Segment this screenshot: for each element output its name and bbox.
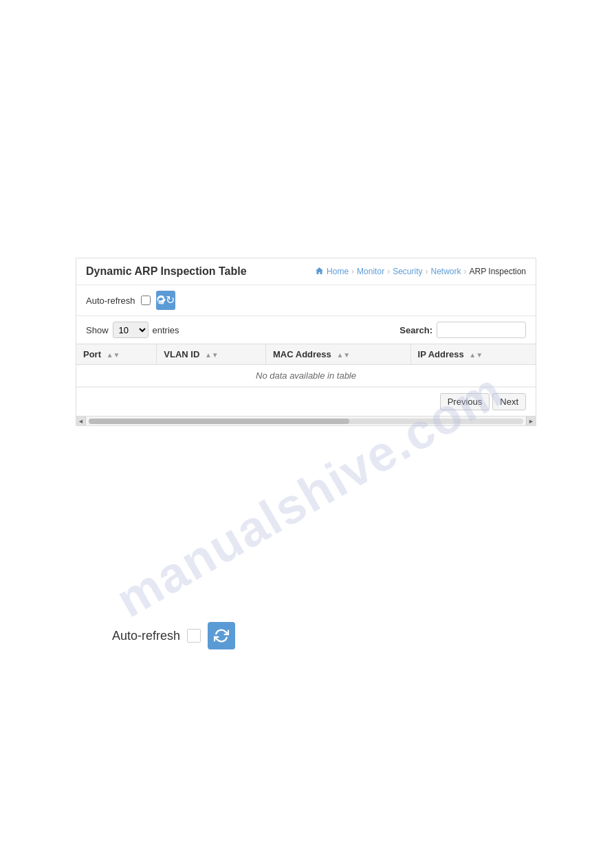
col-ip-label: IP Address [418,349,464,359]
scrollbar-thumb[interactable] [89,419,349,424]
refresh-button[interactable]: ↻ [156,291,175,310]
search-label: Search: [399,325,432,335]
entries-select[interactable]: 10 25 50 100 [113,322,149,338]
bottom-refresh-button[interactable] [208,622,235,649]
col-ip-address[interactable]: IP Address ▲▼ [410,344,536,365]
breadcrumb-security[interactable]: Security [393,267,422,276]
col-vlan-id[interactable]: VLAN ID ▲▼ [157,344,266,365]
refresh-icon [156,296,166,305]
breadcrumb-sep-3: › [425,267,428,276]
bottom-auto-refresh-label: Auto-refresh [112,629,180,643]
col-port-label: Port [83,349,101,359]
horizontal-scrollbar[interactable]: ◄ ► [76,416,536,425]
table-controls: Show 10 25 50 100 entries Search: [76,316,536,344]
previous-button[interactable]: Previous [440,393,490,410]
data-table: Port ▲▼ VLAN ID ▲▼ MAC Address ▲▼ IP Add… [76,344,536,387]
show-entries-control: Show 10 25 50 100 entries [86,322,179,338]
col-vlan-sort-icon: ▲▼ [205,351,219,359]
col-port[interactable]: Port ▲▼ [76,344,157,365]
col-mac-label: MAC Address [273,349,331,359]
breadcrumb-sep-2: › [387,267,390,276]
no-data-cell: No data available in table [76,365,536,387]
search-input[interactable] [437,322,526,338]
bottom-auto-refresh-checkbox[interactable] [187,629,201,643]
breadcrumb-network[interactable]: Network [430,267,461,276]
no-data-row: No data available in table [76,365,536,387]
bottom-refresh-icon [214,628,229,643]
scroll-right-arrow[interactable]: ► [526,416,536,425]
breadcrumb-monitor[interactable]: Monitor [357,267,384,276]
scrollbar-track [89,419,523,424]
col-vlan-id-label: VLAN ID [164,349,199,359]
page-title: Dynamic ARP Inspection Table [86,265,247,278]
search-area: Search: [399,322,526,338]
bottom-toolbar: Auto-refresh [112,622,235,649]
breadcrumb-home[interactable]: Home [327,267,349,276]
main-panel: Dynamic ARP Inspection Table Home › Moni… [76,258,536,426]
toolbar: Auto-refresh ↻ [76,285,536,316]
entries-label: entries [153,325,179,335]
breadcrumb-sep-4: › [464,267,467,276]
auto-refresh-label: Auto-refresh [86,296,135,306]
breadcrumb-home-icon [315,267,324,277]
table-header-row: Port ▲▼ VLAN ID ▲▼ MAC Address ▲▼ IP Add… [76,344,536,365]
breadcrumb-arp-inspection: ARP Inspection [470,267,527,276]
page-header: Dynamic ARP Inspection Table Home › Moni… [76,258,536,285]
col-mac-sort-icon: ▲▼ [336,351,350,359]
breadcrumb-sep-1: › [351,267,354,276]
breadcrumb: Home › Monitor › Security › Network › AR… [315,267,526,277]
show-label: Show [86,325,109,335]
next-button[interactable]: Next [492,393,526,410]
col-mac-address[interactable]: MAC Address ▲▼ [266,344,411,365]
scroll-left-arrow[interactable]: ◄ [76,416,86,425]
pagination-row: Previous Next [76,387,536,416]
col-port-sort-icon: ▲▼ [107,351,120,359]
auto-refresh-checkbox[interactable] [141,296,151,305]
col-ip-sort-icon: ▲▼ [469,351,483,359]
